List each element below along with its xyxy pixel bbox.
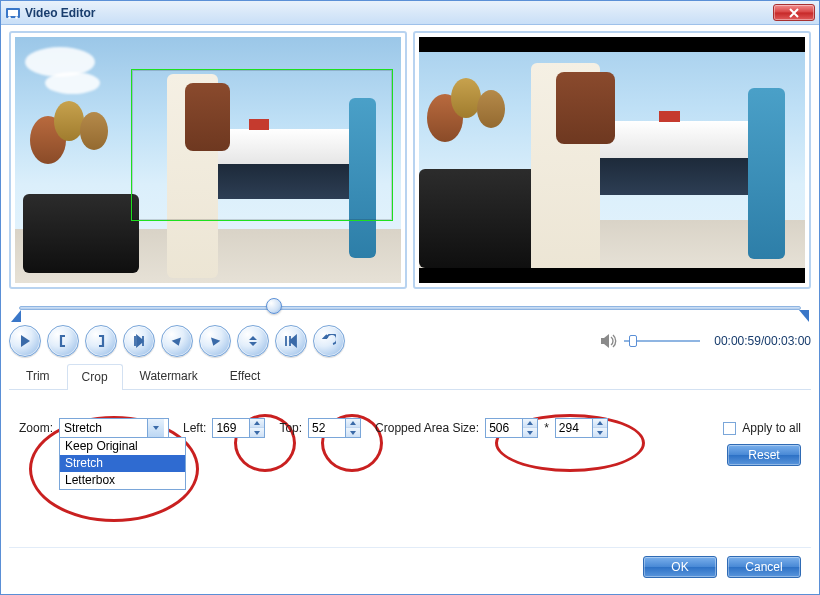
output-video [419, 37, 805, 283]
play-button[interactable] [9, 325, 41, 357]
preview-panels [9, 31, 811, 289]
reset-button[interactable]: Reset [727, 444, 801, 466]
playback-controls: 00:00:59/00:03:00 [9, 325, 811, 357]
tabs: Trim Crop Watermark Effect [9, 363, 811, 390]
apply-to-all-label: Apply to all [742, 421, 801, 435]
left-spinner[interactable] [212, 418, 265, 438]
crop-rectangle[interactable] [131, 69, 393, 222]
svg-rect-1 [8, 10, 18, 16]
zoom-option-stretch[interactable]: Stretch [60, 455, 185, 472]
zoom-select[interactable]: Stretch Keep Original Stretch Letterbox [59, 418, 169, 438]
height-spinner[interactable] [555, 418, 608, 438]
top-label: Top: [279, 421, 302, 435]
spin-up-icon[interactable] [346, 419, 360, 428]
flip-up-right-button[interactable] [199, 325, 231, 357]
bracket-open-button[interactable] [47, 325, 79, 357]
tab-trim[interactable]: Trim [11, 363, 65, 389]
volume-slider[interactable] [624, 336, 700, 346]
timeline-track[interactable] [19, 306, 801, 310]
crop-tab-panel: Zoom: Stretch Keep Original Stretch Lett… [9, 390, 811, 547]
zoom-option-keep-original[interactable]: Keep Original [60, 438, 185, 455]
svg-point-2 [8, 16, 11, 19]
zoom-label: Zoom: [19, 421, 53, 435]
spin-down-icon[interactable] [346, 428, 360, 437]
tab-crop[interactable]: Crop [67, 364, 123, 390]
window-title: Video Editor [25, 6, 773, 20]
time-display: 00:00:59/00:03:00 [714, 334, 811, 348]
chevron-down-icon [147, 419, 164, 437]
timeline-slider[interactable] [9, 295, 811, 321]
svg-point-3 [15, 16, 18, 19]
titlebar: Video Editor [1, 1, 819, 25]
zoom-value: Stretch [64, 421, 102, 435]
spin-down-icon[interactable] [593, 428, 607, 437]
trim-start-marker[interactable] [11, 310, 21, 322]
area-label: Cropped Area Size: [375, 421, 479, 435]
flip-up-left-button[interactable] [161, 325, 193, 357]
volume-icon[interactable] [598, 331, 618, 351]
zoom-option-letterbox[interactable]: Letterbox [60, 472, 185, 489]
tab-effect[interactable]: Effect [215, 363, 275, 389]
source-video[interactable] [15, 37, 401, 283]
ok-button[interactable]: OK [643, 556, 717, 578]
spin-up-icon[interactable] [523, 419, 537, 428]
source-panel [9, 31, 407, 289]
crop-form-row: Zoom: Stretch Keep Original Stretch Lett… [19, 418, 801, 438]
total-time: 00:03:00 [764, 334, 811, 348]
left-input[interactable] [212, 418, 250, 438]
app-icon [5, 5, 21, 21]
spin-down-icon[interactable] [523, 428, 537, 437]
next-frame-button[interactable] [123, 325, 155, 357]
cancel-button[interactable]: Cancel [727, 556, 801, 578]
output-panel [413, 31, 811, 289]
timeline-thumb[interactable] [266, 298, 282, 314]
spin-up-icon[interactable] [593, 419, 607, 428]
close-button[interactable] [773, 4, 815, 21]
trim-end-marker[interactable] [799, 310, 809, 322]
bracket-close-button[interactable] [85, 325, 117, 357]
width-input[interactable] [485, 418, 523, 438]
width-spinner[interactable] [485, 418, 538, 438]
current-time: 00:00:59 [714, 334, 761, 348]
apply-to-all-checkbox[interactable] [723, 422, 736, 435]
left-label: Left: [183, 421, 206, 435]
dialog-footer: OK Cancel [9, 547, 811, 586]
spin-down-icon[interactable] [250, 428, 264, 437]
flip-vertical-button[interactable] [237, 325, 269, 357]
spin-up-icon[interactable] [250, 419, 264, 428]
prev-segment-button[interactable] [275, 325, 307, 357]
height-input[interactable] [555, 418, 593, 438]
size-separator: * [544, 421, 549, 435]
video-editor-window: Video Editor [0, 0, 820, 595]
top-input[interactable] [308, 418, 346, 438]
tab-watermark[interactable]: Watermark [125, 363, 213, 389]
zoom-dropdown[interactable]: Keep Original Stretch Letterbox [59, 437, 186, 490]
undo-button[interactable] [313, 325, 345, 357]
top-spinner[interactable] [308, 418, 361, 438]
close-icon [788, 8, 800, 18]
